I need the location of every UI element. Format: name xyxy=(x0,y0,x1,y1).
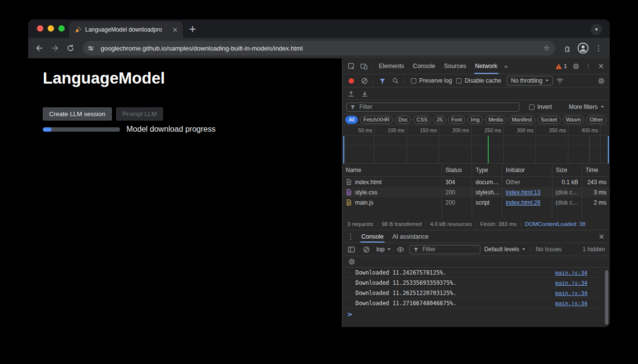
console-message-text: Downloaded 11.27166748046875%. xyxy=(355,300,457,307)
devtools-settings-icon[interactable] xyxy=(569,61,582,71)
drawer-close-icon[interactable]: × xyxy=(595,231,608,242)
live-expression-eye-icon[interactable] xyxy=(394,244,407,255)
devtools-close-icon[interactable]: × xyxy=(595,61,607,71)
issues-count: 1 xyxy=(564,63,567,69)
console-source-link[interactable]: main.js:34 xyxy=(555,280,605,286)
disable-cache-checkbox[interactable]: Disable cache xyxy=(456,77,501,84)
prompt-llm-button: Prompt LLM xyxy=(116,107,163,121)
clear-network-log-icon[interactable] xyxy=(358,75,371,86)
log-levels-select[interactable]: Default levels xyxy=(483,246,527,253)
devtools-tab[interactable]: Elements xyxy=(374,58,408,74)
url-text: googlechrome.github.io/samples/downloadi… xyxy=(101,45,536,52)
request-time: 3 ms xyxy=(582,187,610,197)
network-filter-chip[interactable]: Doc xyxy=(395,116,411,124)
console-prompt[interactable]: > xyxy=(342,309,610,319)
issues-status[interactable]: No Issues xyxy=(536,246,562,253)
more-filters-dropdown[interactable]: More filters xyxy=(569,104,606,110)
network-filter-chip[interactable]: Font xyxy=(448,116,465,124)
console-sidebar-icon[interactable] xyxy=(345,244,357,255)
tab-close-icon[interactable]: × xyxy=(171,26,179,34)
import-har-icon[interactable] xyxy=(345,88,357,99)
column-header[interactable]: Name xyxy=(342,164,442,176)
disable-cache-label: Disable cache xyxy=(464,77,501,84)
clear-console-icon[interactable] xyxy=(360,244,372,255)
network-filter-field[interactable] xyxy=(358,103,515,111)
invert-checkbox[interactable]: Invert xyxy=(529,104,552,110)
timeline-tick-label: 200 ms xyxy=(439,125,471,136)
filter-toggle-icon[interactable] xyxy=(376,75,389,86)
scrollbar-thumb[interactable] xyxy=(605,270,608,325)
request-name-cell: main.js xyxy=(342,197,442,208)
minimize-window-button[interactable] xyxy=(48,25,54,32)
close-window-button[interactable] xyxy=(37,25,43,32)
throttling-select[interactable]: No throttling xyxy=(507,76,553,86)
request-initiator[interactable]: index.html:26 xyxy=(502,197,552,208)
timeline-tick-label: 300 ms xyxy=(504,125,536,136)
address-bar[interactable]: googlechrome.github.io/samples/downloadi… xyxy=(83,41,555,55)
network-filter-input[interactable] xyxy=(346,103,519,112)
drawer-tab[interactable]: AI assistance xyxy=(388,230,433,243)
network-filter-chip[interactable]: Fetch/XHR xyxy=(360,116,393,124)
network-request-row[interactable]: main.js 200 script index.html:26 (disk c… xyxy=(342,197,610,208)
export-har-icon[interactable] xyxy=(358,88,371,99)
site-info-icon[interactable] xyxy=(85,43,96,54)
more-tabs-icon[interactable]: » xyxy=(502,63,511,70)
network-filter-chip[interactable]: All xyxy=(345,116,358,124)
new-tab-button[interactable]: + xyxy=(189,24,196,34)
bookmark-star-icon[interactable]: ☆ xyxy=(541,44,552,52)
hidden-messages-count[interactable]: 1 hidden xyxy=(583,246,607,253)
record-network-log-button[interactable] xyxy=(345,75,357,86)
search-icon[interactable] xyxy=(389,75,402,86)
console-message-text: Downloaded 11.26251220703125%. xyxy=(355,290,457,296)
device-toolbar-icon[interactable] xyxy=(357,61,370,71)
forward-button[interactable] xyxy=(48,41,62,55)
create-llm-session-button[interactable]: Create LLM session xyxy=(43,107,112,121)
console-settings-gear-icon[interactable] xyxy=(345,257,358,267)
console-source-link[interactable]: main.js:34 xyxy=(555,270,605,276)
network-filter-chip[interactable]: CSS xyxy=(413,116,431,124)
preserve-log-checkbox[interactable]: Preserve log xyxy=(411,77,452,84)
devtools-menu-icon[interactable]: ⋮ xyxy=(582,61,595,71)
devtools-tab[interactable]: Network xyxy=(471,58,502,74)
file-icon xyxy=(346,179,352,185)
profile-avatar[interactable] xyxy=(576,41,590,55)
request-initiator[interactable]: index.html:13 xyxy=(502,187,552,197)
browser-menu-icon[interactable]: ⋮ xyxy=(591,41,606,55)
network-filter-chip[interactable]: Wasm xyxy=(563,116,585,124)
console-filter-field[interactable] xyxy=(422,245,477,253)
column-header[interactable]: Type xyxy=(472,164,502,176)
browser-tab[interactable]: LanguageModel downloadpro × xyxy=(69,21,183,38)
network-conditions-icon[interactable] xyxy=(553,75,566,86)
request-initiator[interactable]: Other xyxy=(502,177,552,187)
tab-search-chevron-icon[interactable]: ▾ xyxy=(591,24,602,35)
network-filter-chip[interactable]: Socket xyxy=(537,116,561,124)
issues-counter[interactable]: 1 xyxy=(553,63,569,69)
console-source-link[interactable]: main.js:34 xyxy=(555,300,605,307)
network-request-row[interactable]: style.css 200 stylesh… index.html:13 (di… xyxy=(342,187,610,197)
devtools-tab[interactable]: Console xyxy=(408,58,440,74)
console-source-link[interactable]: main.js:34 xyxy=(555,290,605,296)
devtools-tab[interactable]: Sources xyxy=(440,58,471,74)
network-settings-gear-icon[interactable] xyxy=(595,75,607,86)
column-header[interactable]: Initiator xyxy=(502,164,552,176)
request-status: 200 xyxy=(442,197,472,208)
timeline-ruler: 50 ms100 ms150 ms200 ms250 ms300 ms350 m… xyxy=(342,125,610,136)
drawer-menu-icon[interactable]: ⋮ xyxy=(344,231,357,242)
column-header[interactable]: Time xyxy=(582,164,610,176)
inspect-element-icon[interactable] xyxy=(345,61,357,71)
reload-button[interactable] xyxy=(63,41,78,55)
column-header[interactable]: Size xyxy=(552,164,582,176)
network-filter-chip[interactable]: Img xyxy=(467,116,483,124)
network-filter-chip[interactable]: Media xyxy=(485,116,506,124)
console-context-select[interactable]: top xyxy=(375,246,392,253)
drawer-tab[interactable]: Console xyxy=(357,230,388,243)
back-button[interactable] xyxy=(32,41,47,55)
network-filter-chip[interactable]: JS xyxy=(433,116,446,124)
extensions-icon[interactable] xyxy=(560,41,575,55)
network-filter-chip[interactable]: Other xyxy=(586,116,606,124)
column-header[interactable]: Status xyxy=(442,164,472,176)
console-filter-input[interactable] xyxy=(409,245,480,254)
maximize-window-button[interactable] xyxy=(58,25,65,32)
network-filter-chip[interactable]: Manifest xyxy=(508,116,535,124)
network-request-row[interactable]: index.html 304 docum… Other 0.1 kB 243 m… xyxy=(342,177,610,187)
